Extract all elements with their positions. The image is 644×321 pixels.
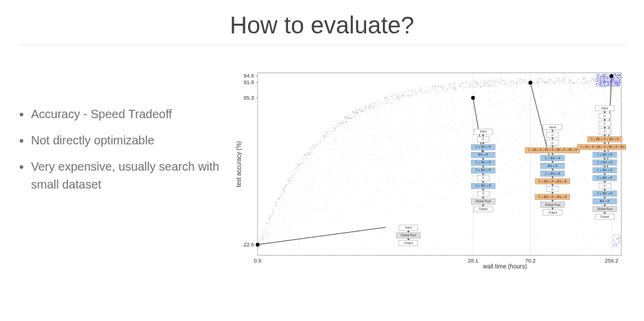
svg-point-3355 bbox=[347, 118, 348, 119]
svg-point-215 bbox=[555, 138, 555, 139]
svg-point-221 bbox=[562, 99, 562, 100]
svg-point-2819 bbox=[539, 84, 540, 84]
svg-point-2968 bbox=[492, 87, 493, 87]
svg-point-176 bbox=[512, 99, 513, 100]
svg-point-939 bbox=[582, 159, 583, 160]
svg-point-476 bbox=[339, 130, 340, 131]
svg-point-3335 bbox=[402, 95, 402, 96]
svg-point-2004 bbox=[445, 92, 446, 93]
slide: How to evaluate? Accuracy - Speed Tradeo… bbox=[0, 0, 644, 321]
svg-point-1550 bbox=[420, 165, 421, 165]
svg-point-3250 bbox=[584, 78, 584, 78]
svg-point-435 bbox=[530, 245, 531, 245]
svg-point-387 bbox=[290, 183, 290, 184]
svg-point-2455 bbox=[330, 160, 331, 161]
svg-point-1488 bbox=[521, 113, 522, 113]
svg-point-3207 bbox=[449, 85, 450, 85]
svg-point-2892 bbox=[272, 212, 273, 212]
svg-point-3553 bbox=[596, 75, 597, 75]
svg-point-1287 bbox=[414, 183, 414, 183]
svg-point-524 bbox=[272, 233, 273, 234]
svg-point-916 bbox=[343, 147, 344, 147]
svg-point-795 bbox=[410, 103, 410, 103]
svg-point-1049 bbox=[518, 210, 519, 211]
svg-point-1079 bbox=[479, 124, 479, 124]
svg-text:C + BN + R + BN + R: C + BN + R + BN + R bbox=[538, 180, 567, 183]
svg-point-1392 bbox=[435, 85, 435, 85]
svg-point-1792 bbox=[330, 223, 330, 224]
svg-point-3925 bbox=[598, 75, 599, 76]
svg-point-2253 bbox=[571, 91, 572, 92]
svg-point-1581 bbox=[284, 210, 285, 211]
svg-point-1902 bbox=[496, 139, 497, 140]
svg-point-3007 bbox=[532, 84, 533, 84]
svg-point-666 bbox=[325, 201, 326, 202]
svg-point-2707 bbox=[454, 84, 455, 84]
svg-point-1760 bbox=[265, 232, 265, 233]
svg-point-1236 bbox=[449, 162, 450, 162]
svg-point-1720 bbox=[513, 189, 514, 190]
svg-point-3444 bbox=[414, 91, 414, 92]
svg-point-538 bbox=[409, 174, 410, 175]
svg-point-1471 bbox=[380, 162, 380, 162]
svg-point-1255 bbox=[581, 94, 582, 94]
svg-point-658 bbox=[280, 206, 280, 207]
svg-point-338 bbox=[291, 209, 292, 210]
svg-point-832 bbox=[501, 129, 501, 130]
svg-point-688 bbox=[524, 109, 524, 110]
svg-point-2960 bbox=[439, 90, 440, 91]
svg-point-3701 bbox=[612, 87, 613, 87]
svg-point-2444 bbox=[471, 85, 472, 86]
svg-point-3173 bbox=[581, 81, 581, 82]
svg-point-3748 bbox=[599, 82, 600, 83]
svg-point-2176 bbox=[277, 199, 278, 200]
svg-point-1421 bbox=[274, 220, 274, 221]
svg-point-2023 bbox=[282, 196, 283, 197]
svg-point-541 bbox=[391, 103, 391, 103]
svg-point-3323 bbox=[308, 153, 308, 154]
svg-point-1467 bbox=[336, 186, 336, 186]
svg-point-1118 bbox=[496, 109, 497, 109]
svg-point-1886 bbox=[572, 94, 572, 94]
svg-point-3224 bbox=[593, 80, 594, 81]
svg-point-36 bbox=[436, 86, 437, 87]
svg-point-421 bbox=[391, 151, 391, 152]
svg-text:C + BN + R: C + BN + R bbox=[597, 153, 612, 156]
svg-point-1391 bbox=[528, 118, 528, 118]
svg-point-2321 bbox=[577, 136, 577, 137]
svg-point-55 bbox=[352, 138, 352, 139]
svg-point-2537 bbox=[543, 90, 543, 91]
svg-point-3425 bbox=[425, 90, 425, 91]
svg-point-3668 bbox=[599, 82, 599, 83]
svg-point-2486 bbox=[356, 159, 357, 159]
svg-point-3725 bbox=[596, 84, 597, 84]
svg-point-227 bbox=[515, 131, 515, 132]
svg-point-507 bbox=[293, 196, 294, 197]
svg-text:C + BN + R: C + BN + R bbox=[597, 160, 612, 164]
svg-point-2050 bbox=[328, 221, 329, 222]
svg-point-3450 bbox=[500, 82, 500, 83]
svg-point-2849 bbox=[574, 82, 574, 83]
svg-point-1132 bbox=[439, 193, 439, 193]
svg-point-1992 bbox=[310, 207, 311, 208]
svg-point-2623 bbox=[569, 82, 570, 83]
svg-point-51 bbox=[520, 101, 521, 101]
svg-point-2576 bbox=[568, 245, 568, 245]
svg-point-1190 bbox=[306, 175, 307, 176]
svg-point-3212 bbox=[364, 109, 365, 110]
svg-point-4013 bbox=[528, 81, 532, 84]
svg-point-1305 bbox=[617, 221, 617, 222]
svg-point-905 bbox=[599, 183, 599, 183]
svg-point-580 bbox=[611, 125, 612, 126]
svg-point-1708 bbox=[467, 112, 467, 112]
svg-point-3170 bbox=[592, 79, 593, 80]
svg-point-569 bbox=[488, 100, 489, 100]
svg-point-1395 bbox=[614, 92, 614, 92]
svg-text:C + BN + R: C + BN + R bbox=[597, 176, 612, 180]
svg-point-987 bbox=[575, 184, 576, 185]
svg-point-2516 bbox=[512, 91, 513, 91]
svg-point-1554 bbox=[441, 153, 442, 154]
svg-point-962 bbox=[466, 242, 467, 243]
svg-point-1662 bbox=[304, 189, 305, 189]
svg-point-2423 bbox=[284, 214, 284, 214]
